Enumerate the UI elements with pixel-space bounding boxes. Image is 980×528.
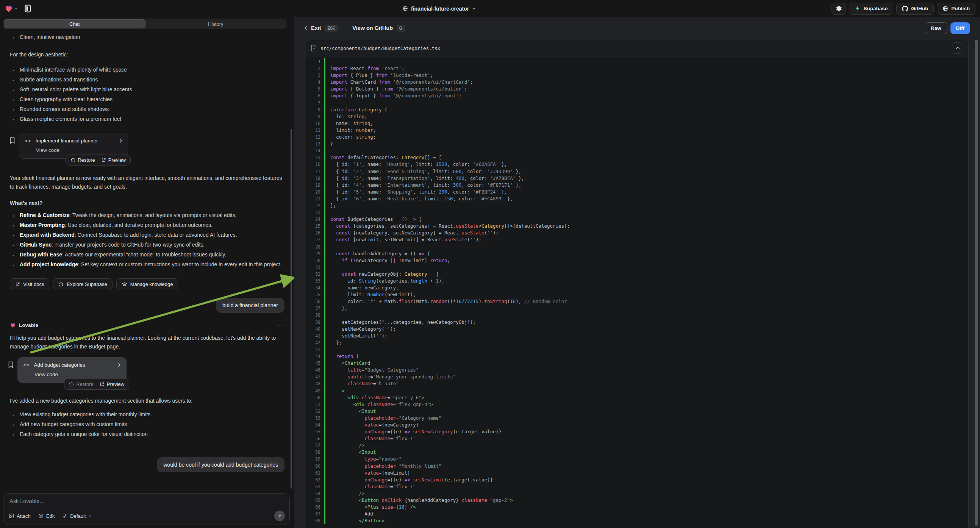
- mode-select[interactable]: Default: [62, 513, 92, 519]
- line-number: 63: [306, 483, 324, 490]
- line-number: 26: [306, 229, 324, 236]
- diff-toggle-button[interactable]: Diff: [950, 22, 970, 34]
- code-line: 8⌄interface Category {: [306, 107, 968, 113]
- line-number: 23: [306, 209, 324, 216]
- line-number: 50: [306, 394, 324, 401]
- tab-chat[interactable]: Chat: [4, 19, 145, 29]
- file-bar[interactable]: src/components/budget/BudgetCategories.t…: [306, 40, 968, 56]
- list-item: Rounded corners and subtle shadows: [10, 105, 285, 113]
- bookmark-icon[interactable]: [8, 361, 14, 368]
- supabase-button[interactable]: Supabase: [849, 3, 893, 15]
- line-number: 60: [306, 463, 324, 470]
- project-name: financial-future-creator: [411, 6, 469, 12]
- code-line: 68 </Button>: [306, 517, 968, 524]
- publish-button[interactable]: Publish: [937, 3, 975, 15]
- code-line: 54 value={newCategory}: [306, 421, 968, 428]
- code-line: 55 onChange={(e) => setNewCategory(e.tar…: [306, 428, 968, 435]
- list-item: Soft, neutral color palette with light b…: [10, 86, 285, 94]
- code-line: 60 placeholder="Monthly limit": [306, 463, 968, 470]
- send-button[interactable]: [274, 511, 285, 521]
- line-number: 13: [306, 140, 324, 147]
- version-card-add-budget[interactable]: <> Add budget categories View code Resto…: [18, 357, 127, 383]
- line-number: 22: [306, 202, 324, 209]
- more-options-icon[interactable]: ···: [278, 322, 285, 328]
- line-number: 41: [306, 332, 324, 339]
- view-code-link[interactable]: View code: [36, 147, 123, 153]
- edit-button[interactable]: Edit: [38, 513, 54, 519]
- fold-toggle-icon[interactable]: ⌄: [323, 216, 325, 223]
- tab-history[interactable]: History: [145, 19, 286, 29]
- file-card: src/components/budget/BudgetCategories.t…: [306, 40, 969, 528]
- bookmark-icon[interactable]: [10, 137, 15, 144]
- collapse-button[interactable]: [952, 43, 963, 54]
- line-number: 57: [306, 442, 324, 449]
- code-line: 25 const [categories, setCategories] = R…: [306, 223, 968, 229]
- list-item: Clean, intuitive navigation: [10, 33, 285, 41]
- gear-icon: [836, 5, 842, 12]
- list-item: Add project knowledge: Set key context o…: [10, 261, 285, 269]
- fold-toggle-icon[interactable]: ⌄: [323, 251, 325, 258]
- visit-docs-button[interactable]: Visit docs: [10, 278, 49, 290]
- manage-knowledge-button[interactable]: Manage knowledge: [116, 278, 178, 290]
- fold-toggle-icon[interactable]: ⌄: [323, 154, 325, 161]
- line-number: 32⌄: [306, 271, 324, 278]
- code-line: 19 { id: '4', name: 'Entertainment', lim…: [306, 182, 968, 189]
- code-line: 10 name: string;: [306, 120, 968, 127]
- line-number: 8⌄: [306, 107, 324, 113]
- assistant-intro: I'll help you add budget categories to t…: [10, 334, 285, 351]
- attach-button[interactable]: Attach: [9, 513, 31, 519]
- line-number: 53: [306, 415, 324, 421]
- code-line: 38: [306, 312, 968, 318]
- chat-messages: Clean, intuitive navigation For the desi…: [0, 32, 294, 491]
- chat-panel: Chat History Clean, intuitive navigation…: [0, 17, 294, 528]
- code-line: 3import { Plus } from 'lucide-react';: [306, 72, 968, 79]
- code-line: 33 id: String(categories.length + 1),: [306, 278, 968, 285]
- exit-button[interactable]: Exit ESC: [304, 25, 338, 32]
- view-on-github-button[interactable]: View on GitHub G: [352, 25, 405, 32]
- line-number: 64: [306, 490, 324, 497]
- settings-button[interactable]: [832, 3, 846, 15]
- preview-button[interactable]: Preview: [100, 382, 124, 387]
- code-line: 16 { id: '1', name: 'Housing', limit: 15…: [306, 161, 968, 168]
- user-message: build a financial planner: [216, 298, 285, 313]
- code-line: 64 />: [306, 490, 968, 497]
- code-line: 34 name: newCategory,: [306, 285, 968, 291]
- fold-toggle-icon[interactable]: ⌄: [323, 107, 325, 114]
- version-card-implement[interactable]: <> Implement financial planner View code…: [19, 133, 128, 159]
- line-number: 33: [306, 278, 324, 285]
- fold-toggle-icon[interactable]: ⌄: [323, 271, 325, 278]
- lovable-logo-menu[interactable]: [5, 5, 18, 13]
- restore-button[interactable]: Restore: [69, 382, 94, 387]
- line-number: 45: [306, 360, 324, 367]
- raw-toggle-button[interactable]: Raw: [925, 22, 947, 34]
- project-switcher[interactable]: financial-future-creator: [402, 0, 476, 17]
- chevron-left-icon: [304, 26, 307, 30]
- chat-input[interactable]: Ask Lovable...: [10, 498, 283, 504]
- version-card-title: Add budget categories: [34, 362, 85, 368]
- list-item: Each category gets a unique color for vi…: [10, 430, 285, 438]
- github-button[interactable]: GitHub: [896, 3, 934, 15]
- view-code-link[interactable]: View code: [35, 372, 121, 377]
- code-icon: <>: [23, 363, 30, 368]
- toggle-sidebar-button[interactable]: [21, 3, 34, 14]
- chat-scrollbar[interactable]: [291, 129, 292, 488]
- code-line: 17 { id: '2', name: 'Food & Dining', lim…: [306, 168, 968, 175]
- line-number: 67: [306, 511, 324, 517]
- code-line: 2import React from 'react';: [306, 65, 968, 72]
- line-number: 49: [306, 388, 324, 394]
- composer[interactable]: Ask Lovable... Attach Edit Default: [3, 493, 290, 525]
- line-number: 10: [306, 120, 324, 127]
- code-line: 52 <Input: [306, 408, 968, 415]
- restore-button[interactable]: Restore: [70, 157, 95, 163]
- publish-label: Publish: [951, 6, 970, 11]
- code-line: 39 setCategories([...categories, newCate…: [306, 319, 968, 326]
- code-scrollbar[interactable]: [975, 40, 978, 526]
- explore-supabase-button[interactable]: Explore Supabase: [53, 278, 112, 290]
- line-number: 6: [306, 92, 324, 99]
- line-number: 34: [306, 285, 324, 291]
- preview-button[interactable]: Preview: [101, 157, 126, 163]
- line-number: 14: [306, 147, 324, 154]
- code-line: 42 };: [306, 339, 968, 346]
- line-number: 37: [306, 305, 324, 312]
- line-number: 7: [306, 100, 324, 107]
